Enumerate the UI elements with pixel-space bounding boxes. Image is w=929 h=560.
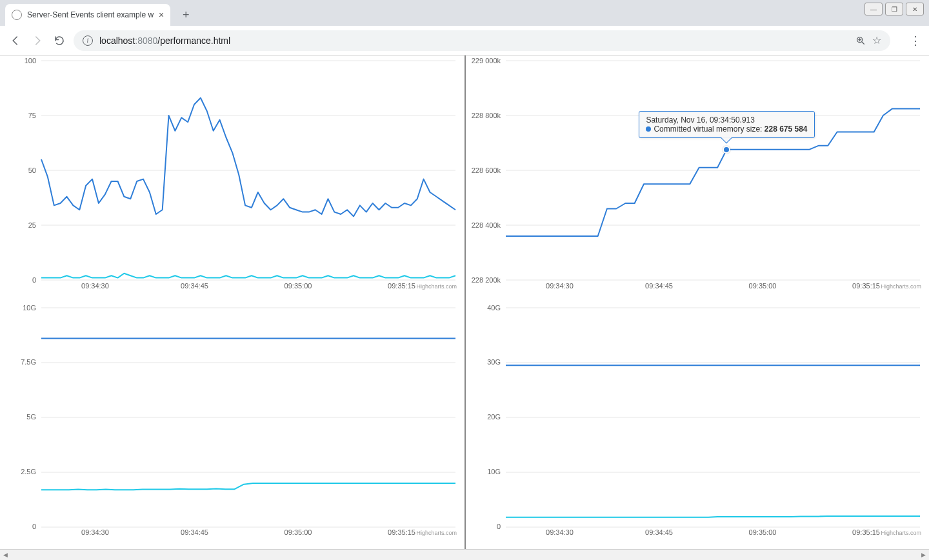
x-tick-label: 09:35:00 [749, 528, 777, 536]
x-tick-label: 09:34:45 [645, 282, 673, 290]
site-info-icon[interactable]: i [83, 35, 93, 46]
x-tick-label: 09:34:45 [645, 528, 673, 536]
y-tick-label: 0 [32, 523, 36, 530]
browser-tab[interactable]: Server-Sent Events client example w × [5, 4, 170, 26]
new-tab-button[interactable]: + [177, 6, 195, 24]
x-tick-label: 09:34:30 [81, 282, 109, 290]
close-tab-icon[interactable]: × [159, 10, 164, 20]
x-tick-label: 09:35:15 [852, 528, 880, 536]
close-window-button[interactable]: ✕ [906, 3, 924, 15]
bookmark-star-icon[interactable]: ☆ [872, 34, 881, 46]
chart-bottom-left[interactable]: 02.5G5G7.5G10G09:34:3009:34:4509:35:0009… [0, 303, 464, 550]
y-tick-label: 20G [487, 413, 501, 421]
tab-title: Server-Sent Events client example w [27, 10, 154, 19]
maximize-button[interactable]: ❐ [885, 3, 903, 15]
x-tick-label: 09:34:30 [546, 528, 574, 536]
menu-button[interactable]: ⋮ [910, 34, 921, 48]
browser-window: Server-Sent Events client example w × + … [0, 0, 929, 560]
chart-tooltip: Saturday, Nov 16, 09:34:50.913 Committed… [639, 111, 814, 138]
y-tick-label: 229 000k [472, 57, 501, 65]
back-button[interactable] [8, 33, 23, 48]
chart-bottom-right[interactable]: 010G20G30G40G09:34:3009:34:4509:35:0009:… [464, 303, 929, 550]
y-tick-label: 7.5G [21, 358, 36, 366]
tooltip-series-label: Committed virtual memory size: [654, 125, 762, 134]
y-tick-label: 0 [32, 276, 36, 284]
y-tick-label: 30G [487, 358, 501, 366]
y-tick-label: 10G [23, 304, 36, 312]
reload-button[interactable] [52, 33, 67, 48]
scroll-right-icon[interactable]: ▶ [918, 550, 929, 561]
y-tick-label: 40G [487, 304, 501, 312]
y-tick-label: 228 400k [472, 221, 501, 229]
x-tick-label: 09:35:15 [388, 282, 415, 290]
x-tick-label: 09:35:15 [852, 282, 880, 290]
y-tick-label: 0 [497, 523, 501, 530]
y-tick-label: 5G [26, 413, 36, 421]
scroll-left-icon[interactable]: ◀ [0, 550, 11, 561]
globe-icon [12, 10, 22, 20]
forward-button[interactable] [30, 33, 45, 48]
x-tick-label: 09:34:30 [546, 282, 574, 290]
x-tick-label: 09:35:00 [749, 282, 777, 290]
x-tick-label: 09:35:00 [285, 282, 312, 290]
x-tick-label: 09:34:45 [181, 528, 208, 536]
scroll-track[interactable] [11, 550, 918, 560]
hover-point-marker [723, 146, 730, 154]
y-tick-label: 10G [487, 468, 501, 475]
zoom-icon[interactable] [855, 35, 866, 46]
arrow-left-icon [10, 35, 21, 46]
x-tick-label: 09:35:00 [285, 528, 312, 536]
x-tick-label: 09:34:45 [181, 282, 208, 290]
tooltip-header: Saturday, Nov 16, 09:34:50.913 [646, 115, 807, 125]
y-tick-label: 228 200k [472, 276, 501, 284]
address-bar: i localhost:8080/performance.html ☆ ⋮ [0, 26, 929, 55]
series-dot-icon [646, 126, 651, 132]
reload-icon [54, 35, 65, 46]
chart-credits[interactable]: Highcharts.com [881, 283, 921, 290]
horizontal-scrollbar[interactable]: ◀ ▶ [0, 549, 929, 560]
y-tick-label: 228 600k [472, 166, 501, 174]
chart-top-right[interactable]: 228 200k228 400k228 600k228 800k229 000k… [464, 55, 929, 303]
page-content: 025507510009:34:3009:34:4509:35:0009:35:… [0, 55, 929, 549]
y-tick-label: 25 [28, 221, 36, 229]
tooltip-value: 228 675 584 [764, 125, 808, 134]
y-tick-label: 2.5G [21, 468, 36, 475]
y-tick-label: 228 800k [472, 112, 501, 119]
y-tick-label: 50 [28, 166, 36, 174]
arrow-right-icon [32, 35, 43, 46]
x-tick-label: 09:35:15 [388, 528, 415, 536]
tab-bar: Server-Sent Events client example w × + … [0, 0, 929, 26]
y-tick-label: 100 [25, 57, 36, 65]
window-controls: — ❐ ✕ [864, 0, 929, 15]
y-tick-label: 75 [28, 112, 36, 119]
chart-top-left[interactable]: 025507510009:34:3009:34:4509:35:0009:35:… [0, 55, 464, 303]
chart-credits[interactable]: Highcharts.com [416, 530, 457, 536]
chart-credits[interactable]: Highcharts.com [881, 530, 921, 536]
omnibox[interactable]: i localhost:8080/performance.html ☆ [74, 30, 890, 51]
chart-credits[interactable]: Highcharts.com [416, 283, 457, 290]
url-text: localhost:8080/performance.html [99, 35, 230, 46]
x-tick-label: 09:34:30 [81, 528, 109, 536]
minimize-button[interactable]: — [864, 3, 883, 15]
